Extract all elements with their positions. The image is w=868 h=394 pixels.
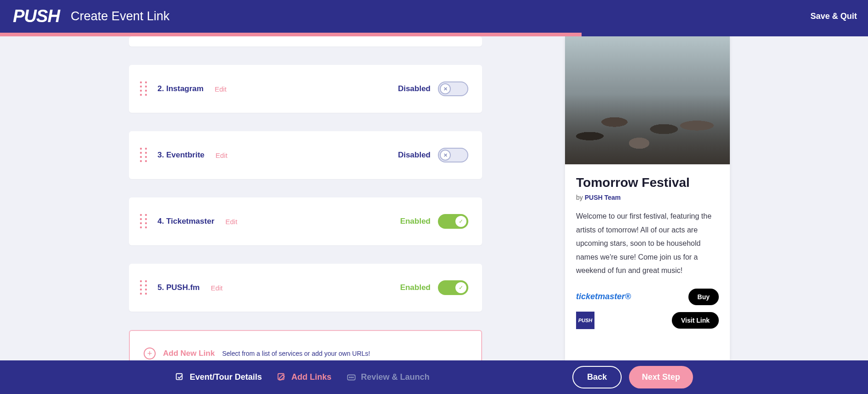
add-link-label: Add New Link	[163, 349, 215, 358]
svg-point-4	[351, 377, 352, 378]
next-step-button[interactable]: Next Step	[629, 366, 693, 388]
link-name: 5. PUSH.fm	[157, 283, 200, 292]
link-name: 4. Ticketmaster	[157, 217, 215, 226]
edit-link-button[interactable]: Edit	[211, 284, 223, 292]
enable-toggle[interactable]: ✓	[438, 280, 468, 295]
link-card-instagram: 2. Instagram Edit Disabled ✕	[129, 65, 482, 113]
wizard-footer: Event/Tour Details Add Links Review & La…	[0, 360, 868, 394]
add-new-link-button[interactable]: + Add New Link Select from a list of ser…	[129, 330, 482, 360]
add-link-hint: Select from a list of services or add yo…	[222, 350, 370, 357]
drag-handle-icon[interactable]	[140, 280, 148, 295]
status-label: Disabled	[398, 84, 431, 93]
ticketmaster-logo: ticketmaster®	[576, 292, 631, 301]
preview-title: Tomorrow Festival	[576, 175, 719, 190]
preview-panel: Tomorrow Festival by PUSH Team Welcome t…	[565, 36, 730, 360]
x-icon: ✕	[443, 86, 448, 92]
progress-bar	[0, 33, 868, 36]
preview-hero-image	[565, 36, 730, 164]
link-card-pushfm: 5. PUSH.fm Edit Enabled ✓	[129, 264, 482, 312]
edit-link-button[interactable]: Edit	[216, 151, 227, 159]
buy-button[interactable]: Buy	[688, 289, 719, 305]
link-name: 3. Eventbrite	[157, 151, 204, 160]
link-card-ticketmaster: 4. Ticketmaster Edit Enabled ✓	[129, 197, 482, 245]
back-button[interactable]: Back	[572, 366, 622, 388]
link-card-eventbrite: 3. Eventbrite Edit Disabled ✕	[129, 131, 482, 179]
step-event-details[interactable]: Event/Tour Details	[175, 372, 262, 382]
edit-link-button[interactable]: Edit	[226, 218, 238, 226]
preview-description: Welcome to our first festival, featuring…	[576, 209, 719, 278]
page-title: Create Event Link	[71, 9, 170, 23]
x-icon: ✕	[443, 152, 448, 158]
svg-point-3	[349, 377, 350, 378]
app-header: PUSH Create Event Link Save & Quit	[0, 0, 868, 33]
link-name: 2. Instagram	[157, 84, 204, 93]
edit-link-button[interactable]: Edit	[215, 85, 227, 93]
drag-handle-icon[interactable]	[140, 81, 148, 96]
drag-handle-icon[interactable]	[140, 214, 148, 229]
push-logo: PUSH	[13, 6, 60, 26]
enable-toggle[interactable]: ✓	[438, 214, 468, 229]
visit-link-button[interactable]: Visit Link	[672, 312, 719, 329]
pencil-icon	[277, 372, 287, 382]
push-logo-small: PUSH	[576, 312, 594, 329]
save-quit-button[interactable]: Save & Quit	[810, 12, 857, 21]
status-label: Enabled	[400, 283, 431, 292]
enable-toggle[interactable]: ✕	[438, 148, 468, 162]
enable-toggle[interactable]: ✕	[438, 81, 468, 96]
link-card-partial	[129, 36, 482, 46]
check-icon: ✓	[459, 284, 463, 291]
preview-byline: by PUSH Team	[576, 194, 719, 201]
step-add-links[interactable]: Add Links	[277, 372, 332, 382]
pencil-check-icon	[175, 372, 185, 382]
preview-link-pushfm: PUSH Visit Link	[576, 312, 719, 329]
svg-point-5	[352, 377, 353, 378]
status-label: Disabled	[398, 151, 431, 160]
dots-icon	[346, 372, 356, 382]
progress-fill	[0, 33, 582, 36]
preview-link-ticketmaster: ticketmaster® Buy	[576, 289, 719, 305]
plus-icon: +	[144, 348, 156, 359]
step-review-launch[interactable]: Review & Launch	[346, 372, 430, 382]
check-icon: ✓	[459, 218, 463, 225]
drag-handle-icon[interactable]	[140, 148, 148, 162]
status-label: Enabled	[400, 217, 431, 226]
